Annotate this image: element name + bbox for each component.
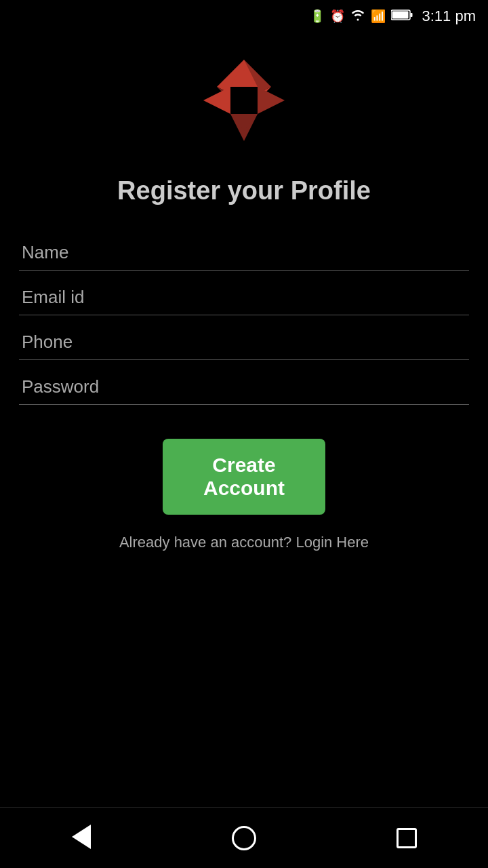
status-bar: 🔋 ⏰ 📶 3:11 pm [0, 0, 488, 33]
phone-field-group [19, 322, 469, 360]
create-account-button[interactable]: Create Account [163, 439, 325, 515]
home-icon [232, 826, 256, 850]
back-icon [72, 825, 91, 852]
email-input[interactable] [19, 277, 469, 315]
wifi-icon [350, 9, 365, 24]
password-field-group [19, 367, 469, 405]
battery-icon [391, 9, 413, 24]
name-field-group [19, 233, 469, 271]
vibrate-icon: 🔋 [310, 9, 325, 24]
app-logo [190, 46, 298, 155]
password-input[interactable] [19, 367, 469, 405]
svg-rect-2 [392, 11, 408, 18]
recents-icon [396, 828, 417, 848]
login-link[interactable]: Already have an account? Login Here [19, 534, 469, 551]
svg-marker-15 [230, 114, 258, 131]
status-time: 3:11 pm [422, 7, 476, 25]
status-bar-right: 🔋 ⏰ 📶 3:11 pm [310, 7, 476, 25]
svg-rect-1 [410, 13, 412, 17]
page-title: Register your Profile [19, 176, 469, 205]
home-nav-button[interactable] [224, 818, 264, 859]
recents-nav-button[interactable] [386, 818, 427, 859]
sim-icon: 📶 [371, 9, 386, 24]
name-input[interactable] [19, 233, 469, 271]
back-nav-button[interactable] [61, 818, 102, 859]
phone-input[interactable] [19, 322, 469, 360]
email-field-group [19, 277, 469, 315]
alarm-icon: ⏰ [330, 9, 345, 24]
main-content: Register your Profile Create Account Alr… [0, 176, 488, 551]
svg-rect-12 [230, 87, 258, 114]
bottom-nav-bar [0, 807, 488, 868]
